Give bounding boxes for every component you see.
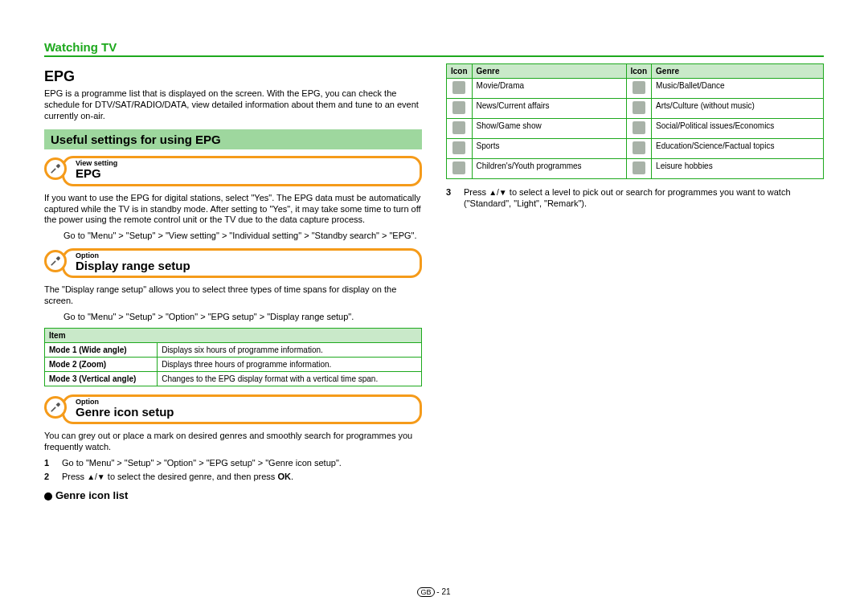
pill-super: View setting (76, 160, 411, 167)
pill-epg: View setting EPG (44, 156, 422, 186)
pill-title: Display range setup (76, 260, 411, 273)
genre-cell: Arts/Culture (without music) (652, 99, 824, 119)
epg-path: Go to "Menu" > "Setup" > "View setting" … (63, 231, 422, 242)
genre-cell: Social/Political issues/Economics (652, 119, 824, 139)
pill-display-range: Option Display range setup (44, 248, 422, 279)
genre-cell: Show/Game show (472, 119, 626, 139)
bullet-icon (44, 492, 52, 501)
genre-icon (633, 101, 645, 114)
genre-th: Genre (472, 64, 626, 79)
mode-table: Item Mode 1 (Wide angle)Displays six hou… (44, 328, 422, 386)
genre-icon (633, 161, 645, 174)
main-title: EPG (44, 68, 422, 85)
up-down-arrow-icon: ▲/▼ (489, 188, 507, 198)
region-badge: GB (417, 587, 434, 597)
mode-key: Mode 2 (Zoom) (45, 357, 158, 371)
genre-icon (452, 101, 465, 114)
genre-cell: Music/Ballet/Dance (652, 79, 824, 99)
genre-icon (452, 141, 465, 154)
pill-genre-setup: Option Genre icon setup (44, 394, 422, 425)
genre-cell: Sports (472, 139, 626, 159)
wrench-icon (44, 396, 67, 419)
step-number: 2 (44, 472, 55, 483)
genre-icon (633, 81, 645, 94)
page-footer: GB - 21 (0, 587, 868, 597)
genre-cell: Movie/Drama (472, 79, 626, 99)
genre-icon (633, 141, 645, 154)
epg-paragraph: If you want to use the EPG for digital s… (44, 193, 422, 226)
display-paragraph: The "Display range setup" allows you to … (44, 284, 422, 307)
mode-key: Mode 1 (Wide angle) (45, 342, 158, 357)
genre-icon-list-heading: Genre icon list (44, 489, 422, 501)
up-down-arrow-icon: ▲/▼ (87, 472, 105, 483)
genre-table: Icon Genre Icon Genre Movie/DramaMusic/B… (446, 63, 824, 179)
step-1-text: Go to "Menu" > "Setup" > "Option" > "EPG… (62, 458, 422, 469)
intro-paragraph: EPG is a programme list that is displaye… (44, 88, 422, 121)
mode-val: Displays three hours of programme inform… (158, 357, 422, 371)
pill-title: EPG (76, 167, 411, 181)
step-number: 1 (44, 458, 55, 469)
genre-cell: Education/Science/Factual topics (652, 139, 824, 159)
display-path: Go to "Menu" > "Setup" > "Option" > "EPG… (63, 312, 422, 323)
genre-paragraph: You can grey out or place a mark on desi… (44, 431, 422, 453)
mode-key: Mode 3 (Vertical angle) (45, 371, 158, 386)
mode-th: Item (45, 328, 422, 342)
step-number: 3 (446, 187, 457, 210)
genre-step-3: 3Press ▲/▼ to select a level to pick out… (446, 187, 824, 210)
genre-cell: Children's/Youth programmes (472, 159, 626, 179)
wrench-icon (44, 250, 67, 272)
step-3-text: Press ▲/▼ to select a level to pick out … (464, 187, 824, 210)
genre-cell: News/Current affairs (472, 99, 626, 119)
page-header: Watching TV (44, 40, 824, 57)
content-columns: EPG EPG is a programme list that is disp… (44, 63, 824, 546)
genre-th: Genre (652, 64, 824, 79)
genre-icon (452, 81, 465, 94)
genre-th: Icon (626, 64, 652, 79)
genre-cell: Leisure hobbies (652, 159, 824, 179)
genre-th: Icon (447, 64, 473, 79)
mode-val: Displays six hours of programme informat… (158, 342, 422, 357)
useful-settings-bar: Useful settings for using EPG (44, 129, 422, 149)
genre-steps: 1Go to "Menu" > "Setup" > "Option" > "EP… (44, 458, 422, 484)
genre-icon (452, 161, 465, 174)
genre-icon (633, 121, 645, 134)
step-2-text: Press ▲/▼ to select the desired genre, a… (62, 472, 422, 483)
genre-icon (452, 121, 465, 134)
pill-title: Genre icon setup (76, 406, 411, 419)
page-number: 21 (441, 587, 450, 596)
mode-val: Changes to the EPG display format with a… (158, 371, 422, 386)
